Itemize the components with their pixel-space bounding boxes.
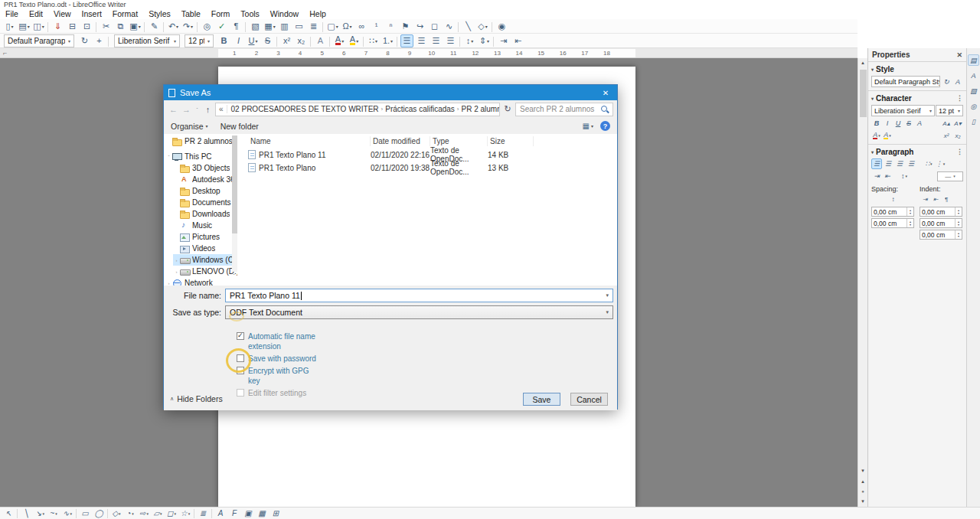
increase-font-size-icon[interactable]: A▴: [941, 118, 952, 129]
scroll-up-icon[interactable]: ▲: [858, 58, 867, 68]
view-mode-button[interactable]: ▦▾: [583, 122, 593, 130]
paragraph-style-combo[interactable]: Default Paragraph Style: [4, 34, 74, 47]
sidebar-page-tab[interactable]: ▯: [968, 116, 979, 127]
numbered-list-icon[interactable]: 1.: [381, 34, 394, 47]
navigate-by-icon[interactable]: ●: [858, 487, 867, 497]
redo-icon[interactable]: ↷: [181, 20, 194, 33]
above-paragraph-spacing-icon[interactable]: ↕: [871, 194, 915, 204]
export-pdf-icon[interactable]: ⇓: [51, 20, 64, 33]
spinner-icon[interactable]: [955, 230, 962, 239]
search-icon[interactable]: [600, 105, 609, 113]
select-tool-icon[interactable]: ↖: [2, 508, 15, 519]
collapse-icon[interactable]: ▾: [871, 67, 874, 72]
italic-icon[interactable]: I: [232, 34, 245, 47]
horizontal-ruler[interactable]: 123456789101112131415161718: [0, 48, 858, 58]
flowchart-icon[interactable]: ▱: [152, 508, 164, 519]
endnote-icon[interactable]: ⁿ: [384, 20, 397, 33]
checkbox-icon[interactable]: [237, 354, 244, 362]
nav-videos[interactable]: Videos: [173, 243, 237, 254]
italic-icon[interactable]: I: [882, 118, 893, 129]
nav-downloads[interactable]: Downloads: [173, 208, 237, 220]
font-name-combo[interactable]: Liberation Serif: [114, 34, 180, 47]
shadow-icon[interactable]: A: [914, 118, 925, 129]
zoom-icon[interactable]: ◉: [495, 20, 508, 33]
nav-autodesk-360[interactable]: Autodesk 360: [173, 174, 237, 185]
up-icon[interactable]: ↑: [202, 105, 214, 114]
collapse-icon[interactable]: ▾: [871, 96, 874, 101]
expander-icon[interactable]: ›: [173, 269, 180, 274]
search-input[interactable]: Search PR 2 alumnos: [515, 103, 613, 116]
decrease-indent-icon[interactable]: ⇤: [511, 34, 524, 47]
close-icon[interactable]: ✕: [594, 85, 617, 100]
decrease-indent-icon[interactable]: ⇤: [882, 171, 893, 181]
nav-lenovo-d[interactable]: › LENOVO (D:): [173, 266, 237, 277]
fontwork-icon[interactable]: F: [228, 508, 240, 519]
align-center-icon[interactable]: ☰: [883, 158, 893, 169]
sidebar-gallery-tab[interactable]: ▧: [968, 85, 979, 96]
breadcrumb[interactable]: «02 PROCESADORES DE TEXTO WRITER›Práctic…: [215, 103, 500, 116]
edit-filter-settings-checkbox[interactable]: Edit filter settings: [237, 388, 397, 398]
clone-formatting-icon[interactable]: ✎: [148, 20, 161, 33]
highlight-color-icon[interactable]: A: [882, 130, 893, 141]
breadcrumb-segment[interactable]: PR 2 alumnos: [459, 105, 500, 113]
recent-locations-icon[interactable]: ˇ: [194, 107, 201, 112]
highlight-color-icon[interactable]: A: [348, 34, 361, 47]
menu-item[interactable]: Tools: [235, 9, 265, 19]
line-spacing-icon[interactable]: ↕: [463, 34, 476, 47]
menu-item[interactable]: Window: [265, 9, 304, 19]
help-icon[interactable]: ?: [600, 121, 610, 131]
track-changes-icon[interactable]: ∿: [443, 20, 456, 33]
checkbox-icon[interactable]: [237, 389, 244, 397]
insert-image-icon[interactable]: ▧: [249, 20, 262, 33]
comment-icon[interactable]: ◻: [428, 20, 441, 33]
increase-indent-icon[interactable]: ⇥: [497, 34, 510, 47]
sidebar-properties-tab[interactable]: ▤: [968, 54, 979, 66]
footnote-icon[interactable]: ¹: [370, 20, 383, 33]
sidebar-scrollbar[interactable]: [232, 135, 237, 272]
font-size-combo[interactable]: 12 pt: [185, 34, 214, 47]
chevron-down-icon[interactable]: ▾: [606, 292, 609, 299]
save-icon[interactable]: ◫: [32, 20, 45, 33]
column-header[interactable]: Type: [430, 136, 488, 146]
dialog-titlebar[interactable]: Save As ✕: [164, 85, 617, 100]
hide-folders-button[interactable]: ∧ Hide Folders: [170, 394, 223, 403]
menu-item[interactable]: Edit: [24, 9, 48, 19]
special-character-icon[interactable]: Ω: [341, 20, 354, 33]
open-file-icon[interactable]: ▤: [18, 20, 31, 33]
nav-music[interactable]: Music: [173, 220, 237, 231]
tab-stop-selector-icon[interactable]: ⌐: [3, 49, 7, 57]
toggle-extrusion-icon[interactable]: ▣: [242, 508, 254, 519]
menu-item[interactable]: Format: [107, 9, 143, 19]
bold-icon[interactable]: B: [871, 118, 882, 129]
more-options-icon[interactable]: ⋮: [956, 148, 963, 155]
more-options-icon[interactable]: ⋮: [956, 94, 963, 102]
nav-windows-c[interactable]: › Windows (C:): [173, 254, 237, 266]
file-name-input[interactable]: PR1 Texto Plano 11 ▾: [225, 289, 613, 302]
increase-indent-icon[interactable]: ⇥: [871, 171, 882, 181]
nav-network[interactable]: › Network: [165, 277, 237, 286]
paragraph-spacing-icon[interactable]: ⇕: [478, 34, 491, 47]
font-size-combo[interactable]: 12 pt: [936, 105, 963, 116]
menu-item[interactable]: View: [48, 9, 77, 19]
insert-line-icon[interactable]: ╲: [20, 508, 32, 519]
numbered-list-icon[interactable]: ⋮: [935, 158, 946, 169]
curve-icon[interactable]: ~: [47, 508, 60, 519]
undo-icon[interactable]: ↶: [167, 20, 180, 33]
first-line-indent-icon[interactable]: ¶: [941, 194, 952, 204]
font-color-icon[interactable]: A: [333, 34, 346, 47]
nav-pictures[interactable]: Pictures: [173, 231, 237, 243]
edit-points-icon[interactable]: ≣: [197, 508, 209, 519]
bookmark-icon[interactable]: ⚑: [399, 20, 412, 33]
expander-icon[interactable]: ˇ: [165, 155, 172, 159]
insert-line-icon[interactable]: ╲: [462, 20, 475, 33]
formatting-marks-icon[interactable]: ¶: [230, 20, 243, 33]
show-grid-icon[interactable]: ▦: [256, 508, 268, 519]
strikethrough-icon[interactable]: S: [903, 118, 914, 129]
bullet-list-icon[interactable]: ∷: [923, 158, 934, 169]
align-right-icon[interactable]: ☰: [430, 34, 443, 47]
line-spacing-combo[interactable]: —: [937, 171, 963, 181]
align-center-icon[interactable]: ☰: [415, 34, 428, 47]
update-style-icon[interactable]: ↻: [78, 34, 91, 47]
superscript-icon[interactable]: x²: [941, 130, 952, 141]
freeform-line-icon[interactable]: ∿: [61, 508, 74, 519]
